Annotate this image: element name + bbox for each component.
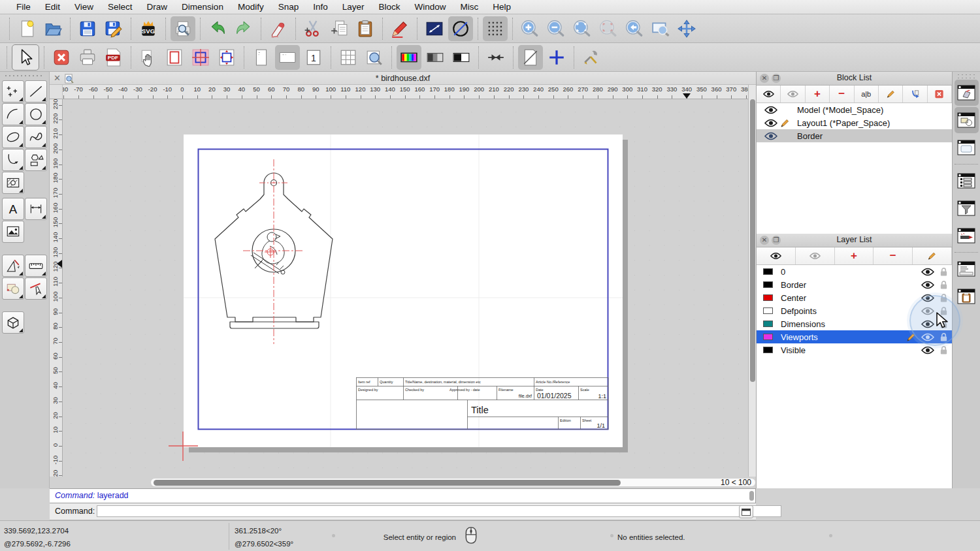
layer-lock-icon[interactable]: [939, 267, 948, 277]
layer-lock-icon[interactable]: [939, 280, 948, 290]
clipboard-widget-toggle[interactable]: [955, 283, 979, 309]
ellipse-tool[interactable]: [2, 126, 24, 148]
polygon-tool[interactable]: [25, 149, 47, 171]
menu-edit[interactable]: Edit: [38, 0, 67, 14]
close-preview-button[interactable]: [49, 45, 74, 70]
menu-block[interactable]: Block: [372, 0, 408, 14]
layer-visibility-eye-icon[interactable]: [921, 281, 934, 289]
circle-tool[interactable]: [25, 103, 47, 125]
menu-help[interactable]: Help: [485, 0, 518, 14]
library-widget-toggle[interactable]: [955, 134, 979, 161]
delete-all-blocks-button[interactable]: [928, 86, 952, 102]
menu-draw[interactable]: Draw: [140, 0, 175, 14]
paper-border-button[interactable]: [162, 45, 187, 70]
hide-all-blocks-button[interactable]: [781, 86, 805, 102]
layer-row-visible[interactable]: Visible: [757, 343, 952, 356]
menu-view[interactable]: View: [67, 0, 101, 14]
measure-tool[interactable]: [25, 255, 47, 277]
spline-tool[interactable]: [25, 126, 47, 148]
arc-tool[interactable]: [2, 103, 24, 125]
menu-misc[interactable]: Misc: [453, 0, 486, 14]
filter-widget-toggle[interactable]: [955, 195, 979, 221]
modify-tool[interactable]: [2, 255, 24, 277]
block-row-border[interactable]: Border: [757, 129, 952, 142]
command-history-widget-toggle[interactable]: [955, 256, 979, 282]
settings-button[interactable]: [579, 45, 604, 70]
layer-visibility-eye-icon[interactable]: [921, 268, 934, 276]
export-pdf-button[interactable]: PDF: [101, 45, 126, 70]
insert-block-button[interactable]: [903, 86, 927, 102]
menu-dimension[interactable]: Dimension: [174, 0, 231, 14]
deselect-tool[interactable]: [25, 277, 47, 300]
zoom-out-button[interactable]: [544, 16, 568, 41]
visibility-eye-icon[interactable]: [764, 106, 777, 114]
save-as-button[interactable]: [101, 16, 126, 41]
new-document-button[interactable]: [14, 16, 39, 41]
edit-pen-button[interactable]: [387, 16, 412, 41]
horizontal-scrollbar-thumb[interactable]: [154, 480, 621, 486]
dock-drag-handle[interactable]: [956, 73, 976, 78]
layer-list-widget-toggle[interactable]: [955, 107, 979, 133]
layer-row-border[interactable]: Border: [757, 278, 952, 291]
table-grid-button[interactable]: [336, 45, 361, 70]
pen-widget-toggle[interactable]: [955, 223, 979, 249]
menu-modify[interactable]: Modify: [231, 0, 271, 14]
pan-page-button[interactable]: [136, 45, 161, 70]
fit-page-button[interactable]: [214, 45, 239, 70]
visibility-eye-icon[interactable]: [764, 132, 777, 140]
remove-layer-button[interactable]: −: [874, 247, 913, 264]
menu-layer[interactable]: Layer: [335, 0, 372, 14]
vertical-scrollbar[interactable]: [748, 85, 756, 477]
remove-block-button[interactable]: −: [830, 86, 854, 102]
viewport-layout-button[interactable]: [188, 45, 213, 70]
entity-list-widget-toggle[interactable]: [955, 168, 979, 194]
drawing-canvas[interactable]: Item ref Quantity Title/Name, destinatio…: [63, 99, 748, 477]
current-pen-button[interactable]: [422, 16, 447, 41]
image-tool[interactable]: [2, 221, 24, 243]
layer-lock-icon[interactable]: [939, 345, 948, 355]
zoom-in-button[interactable]: [517, 16, 542, 41]
color-bar-button[interactable]: [397, 45, 421, 70]
add-block-button[interactable]: +: [806, 86, 830, 102]
edit-layer-button[interactable]: [913, 247, 952, 264]
redo-button[interactable]: [231, 16, 256, 41]
show-all-blocks-button[interactable]: [757, 86, 781, 102]
grayscale-button[interactable]: [423, 45, 448, 70]
points-tool[interactable]: [2, 80, 24, 102]
hide-all-layers-button[interactable]: [796, 247, 835, 264]
solid-box-tool[interactable]: [2, 311, 24, 334]
block-list-widget-toggle[interactable]: [955, 80, 979, 106]
keyboard-toggle-button[interactable]: [739, 505, 753, 518]
layer-visibility-eye-icon[interactable]: [921, 346, 934, 354]
cut-button[interactable]: [301, 16, 325, 41]
block-row-layout1[interactable]: Layout1 (*Paper_Space): [757, 116, 952, 129]
export-svg-button[interactable]: SVG: [136, 16, 161, 41]
zoom-window-button[interactable]: [648, 16, 673, 41]
vertical-scrollbar-thumb[interactable]: [750, 99, 755, 382]
visibility-eye-icon[interactable]: [764, 119, 777, 127]
portrait-page-button[interactable]: [249, 45, 274, 70]
dimension-tool[interactable]: [25, 198, 47, 220]
edit-block-button[interactable]: [879, 86, 903, 102]
block-row-model[interactable]: Model (*Model_Space): [757, 103, 952, 116]
polyline-tool[interactable]: [2, 149, 24, 171]
black-white-button[interactable]: [449, 45, 474, 70]
show-all-layers-button[interactable]: [757, 247, 796, 264]
rename-block-button[interactable]: a|b: [855, 86, 879, 102]
command-history-scrollbar[interactable]: [749, 491, 754, 501]
zoom-previous-button[interactable]: [622, 16, 647, 41]
menu-info[interactable]: Info: [306, 0, 335, 14]
command-input[interactable]: [97, 505, 781, 517]
zoom-auto-button[interactable]: [570, 16, 595, 41]
single-page-button[interactable]: 1: [301, 45, 326, 70]
menu-window[interactable]: Window: [408, 0, 453, 14]
lineweight-button[interactable]: [483, 45, 508, 70]
crosshair-blue-button[interactable]: [544, 45, 569, 70]
open-file-button[interactable]: [41, 16, 65, 41]
draft-toggle-button[interactable]: [518, 45, 543, 70]
save-button[interactable]: [75, 16, 100, 41]
print-preview-button[interactable]: [171, 16, 195, 41]
grid-toggle-button[interactable]: [483, 16, 508, 41]
select-tool[interactable]: [2, 277, 24, 300]
line-tool[interactable]: [25, 80, 47, 102]
